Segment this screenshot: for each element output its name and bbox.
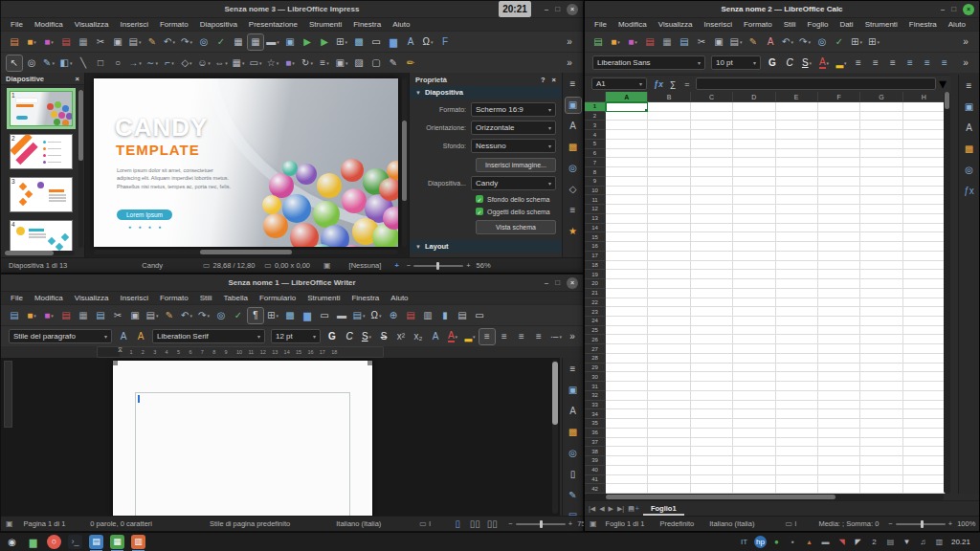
- underline-button[interactable]: S▾: [359, 329, 374, 344]
- cell[interactable]: [776, 252, 818, 261]
- cell[interactable]: [733, 298, 775, 308]
- cell[interactable]: [691, 419, 733, 429]
- paragraph-style-select[interactable]: Stile del paragrafo▾: [9, 329, 112, 343]
- tab-gallery-button[interactable]: ▩: [566, 425, 581, 440]
- insert-image-button[interactable]: ▩: [282, 308, 298, 323]
- cell[interactable]: [776, 205, 818, 214]
- cell[interactable]: [648, 232, 690, 242]
- cell[interactable]: [776, 102, 818, 112]
- cell[interactable]: [860, 438, 902, 448]
- font-size-select[interactable]: 10 pt▾: [711, 55, 761, 70]
- callouts-dropdown[interactable]: ▾: [259, 60, 262, 66]
- cell[interactable]: [733, 195, 775, 205]
- function-wizard-icon[interactable]: ƒx: [653, 79, 664, 89]
- tab-master-slides-button[interactable]: ★: [566, 224, 581, 239]
- cell[interactable]: [733, 261, 775, 271]
- unordered-list-button[interactable]: ∙–▾: [548, 329, 564, 344]
- impress-menu-inserisci[interactable]: Inserisci: [115, 20, 154, 29]
- impress-window-button[interactable]: ▥: [131, 535, 145, 549]
- new-style-button[interactable]: A: [133, 329, 148, 344]
- highlight-color-button[interactable]: ▂▾: [462, 329, 478, 344]
- cell[interactable]: [903, 158, 946, 167]
- cell[interactable]: [606, 429, 648, 438]
- cell[interactable]: [691, 149, 733, 159]
- save-status-icon[interactable]: ▣: [323, 261, 331, 270]
- single-page-view-button[interactable]: ▯: [450, 517, 465, 532]
- start-from-first-slide-button[interactable]: ▶: [300, 34, 315, 50]
- cell[interactable]: [776, 456, 818, 466]
- cell[interactable]: [733, 364, 775, 373]
- cell[interactable]: [860, 261, 902, 271]
- cell[interactable]: [860, 102, 902, 112]
- cell[interactable]: [606, 214, 648, 224]
- calc-menu-file[interactable]: File: [589, 20, 612, 29]
- cell[interactable]: [860, 177, 902, 187]
- cell[interactable]: [903, 140, 946, 149]
- formula-bar-expand-icon[interactable]: ▾: [939, 75, 947, 93]
- cell[interactable]: [818, 419, 860, 429]
- cell[interactable]: [606, 382, 648, 391]
- cell[interactable]: [648, 456, 690, 466]
- highlight-color-button[interactable]: ▂▾: [834, 55, 849, 71]
- paste-button[interactable]: ▤▾: [728, 34, 744, 50]
- cell[interactable]: [606, 307, 648, 317]
- row-header[interactable]: 19: [585, 270, 606, 279]
- calc-titlebar[interactable]: Senza nome 2 — LibreOffice Calc – □ ×: [585, 1, 979, 18]
- paste-button[interactable]: ▤▾: [127, 34, 143, 50]
- cell[interactable]: [733, 466, 775, 475]
- clone-formatting-button[interactable]: ✎: [145, 34, 160, 50]
- row-header[interactable]: 12: [585, 205, 606, 214]
- column-header-D[interactable]: D: [733, 92, 775, 102]
- horizontal-ruler[interactable]: 123456789101112131415161718 ⧖: [97, 346, 384, 358]
- cell[interactable]: [818, 409, 860, 419]
- align-right-button[interactable]: ≡: [514, 329, 529, 344]
- cell[interactable]: [776, 484, 818, 494]
- format-select[interactable]: Schermo 16:9▾: [471, 102, 556, 117]
- spellcheck-button[interactable]: ✓: [213, 34, 229, 50]
- cell[interactable]: [691, 364, 733, 373]
- save-dropdown[interactable]: ▾: [635, 39, 637, 45]
- cell[interactable]: [606, 149, 648, 159]
- row-header[interactable]: 1: [585, 102, 606, 112]
- cell[interactable]: [860, 456, 902, 466]
- cell[interactable]: [606, 195, 648, 205]
- cell[interactable]: [860, 409, 902, 419]
- spellcheck-button[interactable]: ✓: [231, 308, 246, 323]
- text-body-frame[interactable]: [135, 392, 350, 516]
- cell[interactable]: [818, 140, 860, 149]
- maximize-icon[interactable]: □: [555, 278, 560, 287]
- cell[interactable]: [733, 289, 775, 298]
- special-character-button[interactable]: Ω▾: [368, 308, 384, 323]
- cell[interactable]: [733, 382, 775, 391]
- cell[interactable]: [903, 401, 946, 410]
- cell[interactable]: [606, 167, 648, 177]
- update-style-button[interactable]: A: [116, 329, 131, 344]
- cell[interactable]: [733, 149, 775, 159]
- cell[interactable]: [606, 401, 648, 410]
- cell[interactable]: [733, 484, 775, 494]
- cell[interactable]: [606, 326, 648, 336]
- add-sheet-icon[interactable]: ▤: [628, 505, 635, 513]
- stars-banners-dropdown[interactable]: ▾: [277, 60, 279, 66]
- cell[interactable]: [691, 447, 733, 456]
- cell[interactable]: [691, 456, 733, 466]
- cell[interactable]: [691, 187, 733, 196]
- column-header-E[interactable]: E: [776, 92, 818, 102]
- cell[interactable]: [691, 177, 733, 187]
- sidebar-menu-button[interactable]: ≡: [962, 78, 977, 94]
- row-header[interactable]: 31: [585, 382, 606, 391]
- word-count[interactable]: 0 parole, 0 caratteri: [90, 519, 152, 528]
- cell[interactable]: [860, 187, 902, 196]
- paste-dropdown[interactable]: ▾: [740, 39, 743, 45]
- taskbar-clock[interactable]: 20.21: [951, 538, 970, 546]
- cell[interactable]: [818, 456, 860, 466]
- cell[interactable]: [733, 447, 775, 456]
- sidebar-menu-button[interactable]: ≡: [566, 362, 581, 377]
- cell[interactable]: [648, 401, 690, 410]
- row-header[interactable]: 4: [585, 130, 606, 140]
- next-sheet-icon[interactable]: ▶: [609, 505, 613, 513]
- rectangle-button[interactable]: □: [93, 55, 108, 71]
- cell[interactable]: [606, 121, 648, 130]
- canvas-hscrollbar[interactable]: [94, 250, 398, 254]
- cell[interactable]: [733, 419, 775, 429]
